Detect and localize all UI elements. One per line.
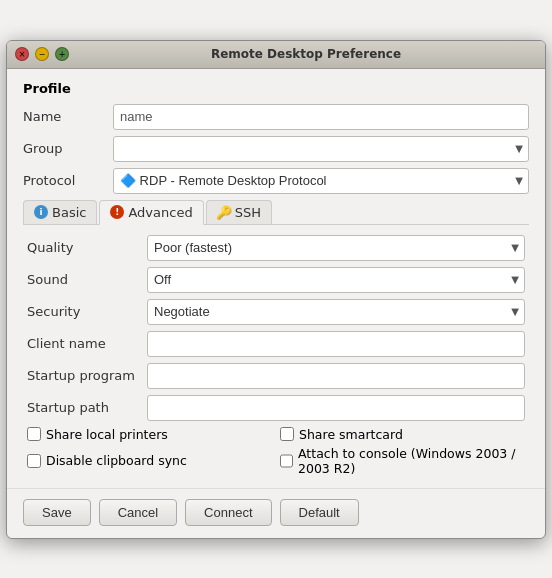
protocol-label: Protocol [23, 173, 113, 188]
group-select-wrapper: ▼ [113, 136, 529, 162]
info-icon: i [34, 205, 48, 219]
tab-ssh-label: SSH [235, 205, 261, 220]
group-label: Group [23, 141, 113, 156]
name-input[interactable] [113, 104, 529, 130]
group-row: Group ▼ [23, 136, 529, 162]
share-printers-checkbox[interactable] [27, 427, 41, 441]
attach-console-label: Attach to console (Windows 2003 / 2003 R… [298, 446, 525, 476]
name-label: Name [23, 109, 113, 124]
startup-path-input[interactable] [147, 395, 525, 421]
tab-ssh[interactable]: 🔑 SSH [206, 200, 272, 224]
default-button[interactable]: Default [280, 499, 359, 526]
minimize-button[interactable]: − [35, 47, 49, 61]
disable-clipboard-label: Disable clipboard sync [46, 453, 187, 468]
checkbox-section: Share local printers Share smartcard Dis… [27, 427, 525, 476]
key-icon: 🔑 [217, 205, 231, 219]
startup-program-label: Startup program [27, 368, 147, 383]
sound-row: Sound Off Local Remote ▼ [27, 267, 525, 293]
share-smartcard-item: Share smartcard [280, 427, 525, 442]
startup-program-input[interactable] [147, 363, 525, 389]
protocol-row: Protocol 🔷 RDP - Remote Desktop Protocol… [23, 168, 529, 194]
attach-console-item: Attach to console (Windows 2003 / 2003 R… [280, 446, 525, 476]
sound-select[interactable]: Off Local Remote [147, 267, 525, 293]
group-select[interactable] [113, 136, 529, 162]
save-button[interactable]: Save [23, 499, 91, 526]
name-row: Name [23, 104, 529, 130]
security-select-wrapper: Negotiate RDP TLS NLA ▼ [147, 299, 525, 325]
client-name-row: Client name [27, 331, 525, 357]
maximize-button[interactable]: + [55, 47, 69, 61]
cancel-button[interactable]: Cancel [99, 499, 177, 526]
close-icon: × [19, 50, 26, 59]
tab-bar: i Basic ! Advanced 🔑 SSH [23, 200, 529, 225]
window-title: Remote Desktop Preference [75, 47, 537, 61]
sound-label: Sound [27, 272, 147, 287]
close-button[interactable]: × [15, 47, 29, 61]
security-select[interactable]: Negotiate RDP TLS NLA [147, 299, 525, 325]
tab-advanced[interactable]: ! Advanced [99, 200, 203, 225]
profile-section-label: Profile [23, 81, 529, 96]
share-printers-item: Share local printers [27, 427, 272, 442]
share-smartcard-checkbox[interactable] [280, 427, 294, 441]
attach-console-checkbox[interactable] [280, 454, 293, 468]
protocol-select[interactable]: 🔷 RDP - Remote Desktop Protocol [113, 168, 529, 194]
startup-program-row: Startup program [27, 363, 525, 389]
startup-path-label: Startup path [27, 400, 147, 415]
disable-clipboard-item: Disable clipboard sync [27, 446, 272, 476]
quality-row: Quality Poor (fastest) Medium Good Best … [27, 235, 525, 261]
maximize-icon: + [59, 50, 66, 59]
tab-basic-label: Basic [52, 205, 86, 220]
startup-path-row: Startup path [27, 395, 525, 421]
quality-select-wrapper: Poor (fastest) Medium Good Best (slowest… [147, 235, 525, 261]
quality-select[interactable]: Poor (fastest) Medium Good Best (slowest… [147, 235, 525, 261]
quality-label: Quality [27, 240, 147, 255]
window: × − + Remote Desktop Preference Profile … [6, 40, 546, 539]
security-row: Security Negotiate RDP TLS NLA ▼ [27, 299, 525, 325]
titlebar: × − + Remote Desktop Preference [7, 41, 545, 69]
security-label: Security [27, 304, 147, 319]
tab-basic[interactable]: i Basic [23, 200, 97, 224]
sound-select-wrapper: Off Local Remote ▼ [147, 267, 525, 293]
connect-button[interactable]: Connect [185, 499, 271, 526]
tab-advanced-label: Advanced [128, 205, 192, 220]
disable-clipboard-checkbox[interactable] [27, 454, 41, 468]
button-bar: Save Cancel Connect Default [7, 488, 545, 538]
share-smartcard-label: Share smartcard [299, 427, 403, 442]
main-content: Profile Name Group ▼ Protocol 🔷 RDP - Re… [7, 69, 545, 488]
protocol-select-wrapper: 🔷 RDP - Remote Desktop Protocol ▼ [113, 168, 529, 194]
minimize-icon: − [39, 50, 46, 59]
advanced-form: Quality Poor (fastest) Medium Good Best … [23, 235, 529, 476]
share-printers-label: Share local printers [46, 427, 168, 442]
client-name-label: Client name [27, 336, 147, 351]
warning-icon: ! [110, 205, 124, 219]
client-name-input[interactable] [147, 331, 525, 357]
